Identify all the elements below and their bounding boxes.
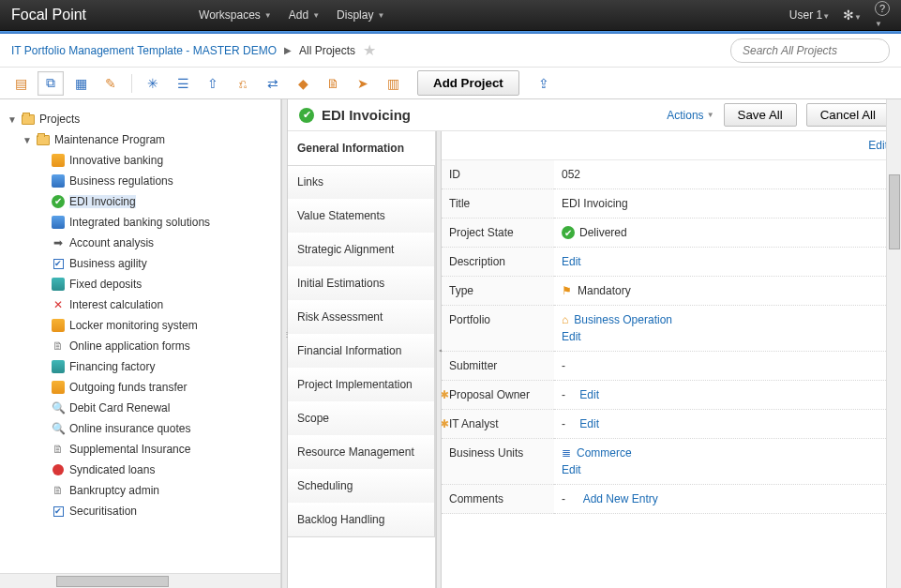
portfolio-edit-link[interactable]: Edit — [562, 330, 581, 343]
tree-item-label: Locker monitoring system — [69, 319, 198, 332]
cancel-all-button[interactable]: Cancel All — [806, 103, 890, 127]
tree-root[interactable]: ▼ Projects — [8, 109, 277, 129]
scrollbar-thumb[interactable] — [56, 576, 169, 587]
tree-item[interactable]: 🔍Debit Card Renewal — [8, 398, 277, 418]
section-nav: General InformationLinksValue Statements… — [288, 131, 436, 588]
field-title-value: EDI Invoicing — [554, 189, 901, 219]
tree-item[interactable]: Locker monitoring system — [8, 315, 277, 336]
tree-item[interactable]: Syndicated loans — [8, 460, 277, 480]
nav-item[interactable]: Scheduling — [288, 469, 435, 504]
tree-group[interactable]: ▼ Maintenance Program — [8, 129, 277, 150]
top-menu: Workspaces▼ Add▼ Display▼ — [199, 8, 384, 22]
nav-item[interactable]: Financial Information — [288, 334, 435, 369]
nav-item[interactable]: General Information — [288, 131, 436, 166]
tool-bars-icon[interactable]: ☰ — [170, 71, 196, 96]
tool-page-icon[interactable]: 🗎 — [320, 71, 346, 96]
tree-item[interactable]: 🗎Online application forms — [8, 336, 277, 356]
analyst-edit-link[interactable]: Edit — [579, 417, 599, 430]
bunits-link[interactable]: Commerce — [577, 446, 632, 460]
item-icon: 🗎 — [51, 483, 66, 498]
scrollbar-thumb[interactable] — [889, 174, 900, 249]
nav-item[interactable]: Strategic Alignment — [288, 233, 435, 267]
sidebar-hscrollbar[interactable] — [0, 573, 280, 588]
tree-item[interactable]: 🗎Bankruptcy admin — [8, 480, 277, 501]
favorite-icon[interactable]: ★ — [363, 41, 376, 59]
tree-item-label: Business agility — [69, 257, 147, 270]
save-all-button[interactable]: Save All — [724, 103, 797, 127]
tool-diamond-icon[interactable]: ◆ — [290, 71, 316, 96]
tree-item[interactable]: 🗎Supplemental Insurance — [8, 439, 277, 460]
field-type-label: Type — [442, 277, 554, 306]
tool-hierarchy-icon[interactable]: ⎌ — [230, 71, 256, 96]
breadcrumb-sep: ▶ — [284, 45, 292, 55]
tool-import-icon[interactable]: ⇪ — [531, 71, 557, 96]
tree-item[interactable]: Integrated banking solutions — [8, 212, 277, 233]
menu-workspaces[interactable]: Workspaces▼ — [199, 8, 272, 22]
splitter-1[interactable]: ⋮ — [281, 99, 288, 588]
tree-item[interactable]: ✔Securitisation — [8, 501, 277, 521]
item-icon: ✔ — [51, 504, 66, 519]
content-body: General InformationLinksValue Statements… — [288, 131, 901, 588]
tool-arrow-icon[interactable]: ➤ — [350, 71, 376, 96]
comments-add-link[interactable]: Add New Entry — [583, 492, 658, 505]
tool-doc-icon[interactable]: ▤ — [8, 71, 34, 96]
portfolio-link[interactable]: Business Operation — [574, 313, 672, 326]
breadcrumb-root[interactable]: IT Portfolio Management Template - MASTE… — [11, 44, 277, 57]
nav-item[interactable]: Scope — [288, 401, 435, 436]
bunits-edit-link[interactable]: Edit — [562, 463, 581, 476]
tree-item[interactable]: ✔EDI Invoicing — [8, 191, 277, 212]
twisty-icon[interactable]: ▼ — [23, 135, 34, 145]
gear-icon: ✻ — [843, 8, 854, 23]
page-vscrollbar[interactable] — [886, 99, 901, 588]
tree-item[interactable]: 🔍Online insurance quotes — [8, 418, 277, 439]
menu-add[interactable]: Add▼ — [289, 8, 320, 22]
tool-up-icon[interactable]: ⇧ — [200, 71, 226, 96]
nav-item[interactable]: Initial Estimations — [288, 266, 435, 301]
folder-icon — [36, 132, 51, 147]
tool-tree-icon[interactable]: ⧉ — [38, 71, 64, 96]
settings-menu[interactable]: ✻▼ — [843, 8, 862, 23]
nav-item[interactable]: Risk Assessment — [288, 300, 435, 335]
tree-item-label: Online application forms — [69, 339, 190, 353]
tool-edit-icon[interactable]: ✎ — [98, 71, 124, 96]
nav-item[interactable]: Links — [288, 165, 435, 200]
tree-item[interactable]: Business regulations — [8, 171, 277, 191]
nav-item[interactable]: Backlog Handling — [288, 503, 435, 537]
tree-item-label: Bankruptcy admin — [69, 484, 159, 497]
tool-network-icon[interactable]: ✳ — [140, 71, 166, 96]
content-title: EDI Invoicing — [322, 107, 411, 123]
tree-item[interactable]: Financing factory — [8, 356, 277, 377]
user-menu[interactable]: User 1▼ — [789, 8, 830, 22]
tree-item[interactable]: Fixed deposits — [8, 274, 277, 294]
owner-edit-link[interactable]: Edit — [579, 388, 599, 401]
field-id-label: ID — [442, 160, 554, 189]
twisty-icon[interactable]: ▼ — [8, 114, 19, 125]
search-input[interactable] — [730, 38, 890, 63]
content-pane: ✔ EDI Invoicing Actions▼ Save All Cancel… — [288, 99, 901, 588]
tree-item[interactable]: Outgoing funds transfer — [8, 377, 277, 398]
edit-link[interactable]: Edit — [868, 139, 888, 152]
nav-item[interactable]: Value Statements — [288, 199, 435, 234]
nav-item[interactable]: Resource Management — [288, 435, 435, 470]
actions-menu[interactable]: Actions▼ — [667, 109, 713, 122]
tree-item-label: Account analysis — [69, 236, 154, 249]
tree-item-label: EDI Invoicing — [69, 195, 136, 208]
tree-item[interactable]: ✕Interest calculation — [8, 294, 277, 315]
tree-item[interactable]: ➡Account analysis — [8, 233, 277, 253]
tree-item[interactable]: ✔Business agility — [8, 253, 277, 274]
tree-item[interactable]: Innovative banking — [8, 150, 277, 171]
item-icon: 🔍 — [51, 400, 66, 415]
field-owner-label: ✱Proposal Owner — [442, 381, 554, 410]
add-project-button[interactable]: Add Project — [417, 70, 519, 96]
help-menu[interactable]: ?▼ — [875, 1, 890, 29]
details-table: ID 052 Title EDI Invoicing Project State… — [442, 159, 901, 514]
check-icon: ✔ — [562, 226, 575, 239]
desc-edit-link[interactable]: Edit — [562, 255, 581, 268]
tool-grid-icon[interactable]: ▥ — [380, 71, 406, 96]
field-title-label: Title — [442, 189, 554, 219]
menu-display[interactable]: Display▼ — [337, 8, 384, 22]
tool-table-icon[interactable]: ▦ — [68, 71, 94, 96]
nav-item[interactable]: Project Implementation — [288, 368, 435, 402]
tool-flow-icon[interactable]: ⇄ — [260, 71, 286, 96]
field-type-value: ⚑Mandatory — [554, 277, 901, 306]
